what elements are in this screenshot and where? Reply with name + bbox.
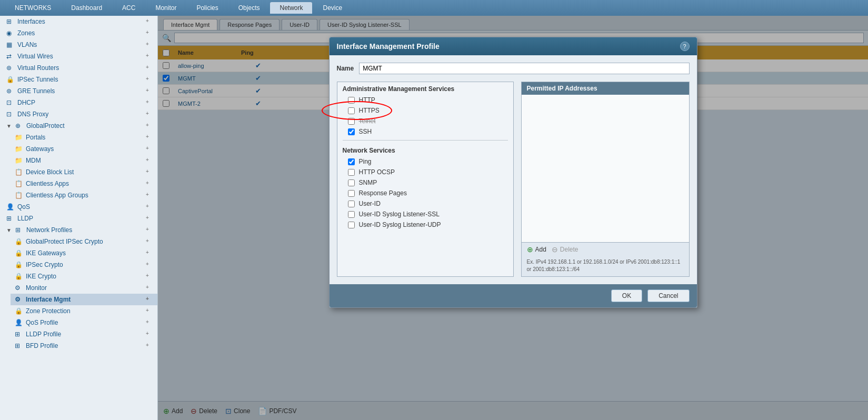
sidebar-add-deviceblocklist[interactable]: + <box>146 168 153 176</box>
sidebar-add-gateways[interactable]: + <box>146 145 153 153</box>
modal-body: Name Administrative Management Services … <box>330 55 697 284</box>
sidebar-item-gateways[interactable]: 📁 Gateways + <box>11 143 157 155</box>
sidebar-item-gpipseccrypto[interactable]: 🔒 GlobalProtect IPSec Crypto + <box>11 236 157 247</box>
np-section: 🔒 GlobalProtect IPSec Crypto + 🔒 IKE Gat… <box>0 236 157 352</box>
gpipseccrypto-icon: 🔒 <box>15 238 23 245</box>
sidebar-add-ikecrypto[interactable]: + <box>146 273 153 280</box>
sidebar-add-virtualwires[interactable]: + <box>146 53 153 60</box>
sidebar-item-bfdprofile[interactable]: ⊞ BFD Profile + <box>11 340 157 352</box>
sidebar-item-qos[interactable]: 👤 QoS + <box>0 201 157 213</box>
sidebar-label-zoneprotection: Zone Protection <box>26 307 71 315</box>
snmp-checkbox[interactable] <box>348 179 355 186</box>
sidebar-item-zoneprotection[interactable]: 🔒 Zone Protection + <box>11 305 157 317</box>
sidebar-add-bfdprofile[interactable]: + <box>146 342 153 349</box>
sidebar-add-lldp[interactable]: + <box>146 215 153 222</box>
sidebar-add-lldpprofile[interactable]: + <box>146 331 153 338</box>
sidebar-add-ikegateways[interactable]: + <box>146 249 153 257</box>
sidebar-add-gre[interactable]: + <box>146 87 153 95</box>
sidebar-label-portals: Portals <box>26 134 45 141</box>
sidebar-add-clientlessapps[interactable]: + <box>146 180 153 187</box>
telnet-checkbox[interactable] <box>348 118 355 125</box>
ip-add-button[interactable]: ⊕ Add <box>527 245 546 254</box>
sidebar-item-lldp[interactable]: ⊞ LLDP + <box>0 213 157 224</box>
nav-policies[interactable]: Policies <box>187 2 227 14</box>
http-label: HTTP <box>359 96 375 104</box>
httpocsp-checkbox[interactable] <box>348 169 355 176</box>
sidebar-item-virtualwires[interactable]: ⇄ Virtual Wires + <box>0 51 157 62</box>
sidebar-item-ipsec[interactable]: 🔒 IPSec Tunnels + <box>0 74 157 85</box>
https-checkbox[interactable] <box>348 107 355 114</box>
sidebar-item-gre[interactable]: ⊛ GRE Tunnels + <box>0 85 157 97</box>
sidebar-item-dhcp[interactable]: ⊡ DHCP + <box>0 97 157 108</box>
sidebar-add-gpipseccrypto[interactable]: + <box>146 238 153 245</box>
modal-title: Interface Management Profile <box>337 42 440 51</box>
sidebar-item-interfacemgmt[interactable]: ⚙ Interface Mgmt + <box>11 294 157 305</box>
sidebar-item-vrouters[interactable]: ⊛ Virtual Routers + <box>0 62 157 74</box>
sidebar-item-lldpprofile[interactable]: ⊞ LLDP Profile + <box>11 328 157 340</box>
sidebar-item-portals[interactable]: 📁 Portals + <box>11 132 157 143</box>
ping-label: Ping <box>359 158 372 165</box>
dhcp-icon: ⊡ <box>6 99 15 106</box>
sidebar-label-clientlessapps: Clientless Apps <box>26 180 69 187</box>
sidebar-item-qosprofile[interactable]: 👤 QoS Profile + <box>11 317 157 328</box>
sidebar-item-zones[interactable]: Zones + <box>0 27 157 39</box>
sidebar-item-globalprotect[interactable]: ▼ ⊕ GlobalProtect + <box>0 120 157 132</box>
sidebar-item-ikegateways[interactable]: 🔒 IKE Gateways + <box>11 247 157 259</box>
sidebar-item-clientlessappgroups[interactable]: 📋 Clientless App Groups + <box>11 189 157 201</box>
sidebar-add-monitor[interactable]: + <box>146 284 153 292</box>
modal-help-button[interactable]: ? <box>680 42 690 51</box>
useridsyslogssl-label: User-ID Syslog Listener-SSL <box>359 211 440 218</box>
sidebar-add-interfaces[interactable]: + <box>146 18 153 25</box>
sidebar-add-gp[interactable]: + <box>146 122 153 129</box>
sidebar-label-deviceblocklist: Device Block List <box>26 168 74 176</box>
sidebar-item-mdm[interactable]: 📁 MDM + <box>11 155 157 166</box>
useridsyslogssl-checkbox[interactable] <box>348 211 355 218</box>
userid-checkbox[interactable] <box>348 201 355 207</box>
nav-objects[interactable]: Objects <box>229 2 270 14</box>
ip-delete-button[interactable]: ⊖ Delete <box>552 245 578 254</box>
sidebar-add-zones[interactable]: + <box>146 29 153 37</box>
sidebar-item-ipseccrypto[interactable]: 🔒 IPSec Crypto + <box>11 259 157 271</box>
sidebar-item-ikecrypto[interactable]: 🔒 IKE Crypto + <box>11 271 157 282</box>
name-input[interactable] <box>359 63 689 74</box>
nav-networks[interactable]: NETWORKS <box>5 2 61 14</box>
sidebar-add-vrouters[interactable]: + <box>146 64 153 72</box>
sidebar-add-networkprofiles[interactable]: + <box>146 226 153 234</box>
sidebar-add-portals[interactable]: + <box>146 134 153 141</box>
ping-checkbox[interactable] <box>348 158 355 165</box>
sidebar-item-dns[interactable]: ⊡ DNS Proxy + <box>0 108 157 120</box>
lldpprofile-icon: ⊞ <box>15 331 23 338</box>
sidebar-add-dns[interactable]: + <box>146 111 153 118</box>
sidebar-add-qos[interactable]: + <box>146 203 153 211</box>
sidebar-add-ipsec[interactable]: + <box>146 76 153 83</box>
sidebar-item-networkprofiles[interactable]: ▼ ⊞ Network Profiles + <box>0 224 157 236</box>
sidebar-add-interfacemgmt[interactable]: + <box>146 296 153 303</box>
nav-monitor[interactable]: Monitor <box>146 2 186 14</box>
panel-divider <box>343 140 508 141</box>
cancel-button[interactable]: Cancel <box>647 289 689 302</box>
http-checkbox[interactable] <box>348 97 355 104</box>
sidebar-add-ipseccrypto[interactable]: + <box>146 261 153 268</box>
nav-network[interactable]: Network <box>270 2 312 14</box>
nav-acc[interactable]: ACC <box>113 2 145 14</box>
useridsyslogudp-checkbox[interactable] <box>348 222 355 228</box>
sidebar-item-monitor[interactable]: ⚙ Monitor + <box>11 282 157 294</box>
sidebar-add-vlans[interactable]: + <box>146 41 153 48</box>
content-area: Interface Mgmt Response Pages User-ID Us… <box>158 16 868 420</box>
nav-device[interactable]: Device <box>313 2 352 14</box>
responsepages-checkbox[interactable] <box>348 190 355 197</box>
sidebar-add-zoneprotection[interactable]: + <box>146 307 153 315</box>
gp-expand-arrow: ▼ <box>6 123 12 129</box>
ok-button[interactable]: OK <box>611 289 642 302</box>
sidebar-add-mdm[interactable]: + <box>146 157 153 164</box>
ssh-checkbox[interactable] <box>348 128 355 135</box>
sidebar-add-qosprofile[interactable]: + <box>146 319 153 326</box>
sidebar-add-clientlessappgroups[interactable]: + <box>146 192 153 199</box>
sidebar-item-interfaces[interactable]: Interfaces + <box>0 16 157 27</box>
sidebar-item-deviceblocklist[interactable]: 📋 Device Block List + <box>11 166 157 178</box>
nav-dashboard[interactable]: Dashboard <box>62 2 112 14</box>
sidebar-item-clientlessapps[interactable]: 📋 Clientless Apps + <box>11 178 157 189</box>
sidebar-add-dhcp[interactable]: + <box>146 99 153 106</box>
sidebar-item-vlans[interactable]: VLANs + <box>0 39 157 51</box>
sidebar-label-zones: Zones <box>17 29 35 37</box>
